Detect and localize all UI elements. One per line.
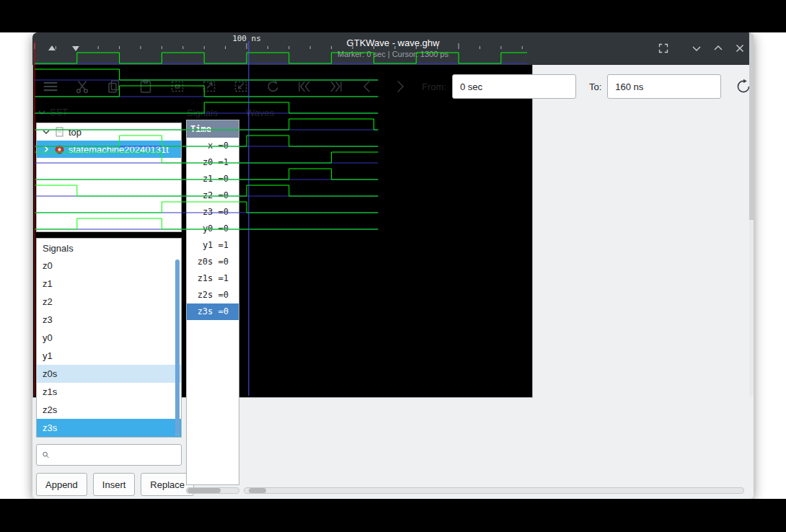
wave-x <box>35 53 527 63</box>
desktop-top-strip <box>0 0 786 32</box>
names-horizontal-scrollbar[interactable] <box>186 487 239 494</box>
timeline-label: 100 ns <box>232 34 261 43</box>
wave-z3s <box>35 218 378 229</box>
chevron-up-icon <box>710 40 726 56</box>
search-icon <box>42 449 50 461</box>
maximize-button[interactable] <box>709 39 728 58</box>
to-input[interactable] <box>607 74 721 99</box>
close-icon <box>732 40 748 56</box>
wave-z0 <box>35 69 378 80</box>
to-label: To: <box>589 81 601 92</box>
insert-button[interactable]: Insert <box>93 473 136 496</box>
signal-action-buttons: AppendInsertReplace <box>36 473 194 496</box>
waves-horizontal-scrollbar[interactable] <box>244 487 744 494</box>
wave-z0s <box>35 169 378 179</box>
waveform-display[interactable]: 100 ns <box>32 32 527 396</box>
desktop-bottom-strip <box>0 499 786 532</box>
wave-z1s <box>35 185 378 196</box>
append-button[interactable]: Append <box>36 473 87 496</box>
minimize-button[interactable] <box>687 39 706 58</box>
chevron-down-icon <box>689 40 705 56</box>
close-button[interactable] <box>730 39 749 58</box>
wave-y0 <box>35 136 378 146</box>
gtkwave-window: GTKWave - wave.ghw Marker: 0 sec | Curso… <box>32 32 754 499</box>
signal-search-box <box>36 444 182 466</box>
fullscreen-icon <box>655 40 671 56</box>
wave-z2 <box>35 102 378 113</box>
wave-y1 <box>35 152 378 163</box>
fullscreen-button[interactable] <box>654 39 673 58</box>
scrollbar-thumb[interactable] <box>749 32 754 220</box>
wave-z1 <box>35 86 378 97</box>
signal-list-item-z3s[interactable]: z3s <box>37 419 181 437</box>
wave-canvas[interactable]: 100 ns <box>32 32 533 398</box>
search-input[interactable] <box>54 445 181 464</box>
wave-z2s <box>35 202 378 213</box>
signal-list-item-z2s[interactable]: z2s <box>37 401 181 419</box>
wave-z3 <box>35 119 378 130</box>
wave-vertical-scrollbar[interactable] <box>749 32 754 396</box>
scrollbar-thumb[interactable] <box>187 488 221 493</box>
scrollbar-thumb[interactable] <box>249 488 266 493</box>
